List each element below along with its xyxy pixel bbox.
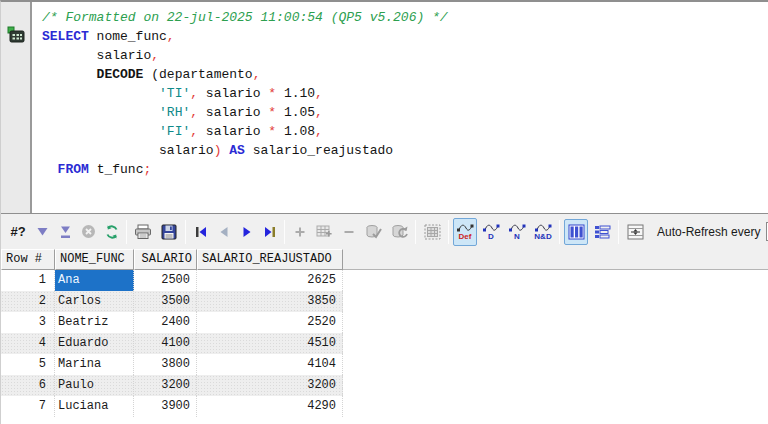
nome-func-cell[interactable]: Eduardo — [55, 333, 134, 354]
code-line: DECODE (departamento, — [42, 65, 768, 84]
auto-refresh-label: Auto-Refresh every — [657, 225, 760, 239]
row-number-cell[interactable]: 2 — [1, 291, 55, 312]
toolbar-separator — [415, 220, 416, 244]
code-token: * — [268, 124, 276, 139]
code-token: 'RH' — [159, 105, 190, 120]
table-row: 6Paulo32003200 — [1, 375, 768, 396]
sql-code[interactable]: /* Formatted on 22-jul-2025 11:00:54 (QP… — [32, 2, 768, 213]
first-record-button[interactable] — [190, 219, 211, 245]
form-view-button[interactable] — [590, 219, 614, 245]
toolbar-separator — [185, 220, 186, 244]
format-number-date-button[interactable]: N&D — [531, 218, 555, 246]
print-button[interactable] — [131, 219, 155, 245]
salario-reajustado-cell[interactable]: 2520 — [197, 312, 343, 333]
nome-func-cell[interactable]: Ana — [55, 270, 134, 291]
salario-cell[interactable]: 3200 — [134, 375, 197, 396]
next-record-button[interactable] — [236, 219, 257, 245]
code-token: , — [190, 86, 198, 101]
code-token: , — [315, 124, 323, 139]
refresh-button[interactable] — [101, 219, 122, 245]
last-record-button[interactable] — [259, 219, 280, 245]
code-token: , — [315, 86, 323, 101]
code-token: salario — [42, 143, 214, 158]
framed-grid-icon — [424, 224, 441, 240]
salario-cell[interactable]: 4100 — [134, 333, 197, 354]
salario-reajustado-cell[interactable]: 4104 — [197, 354, 343, 375]
nome-func-cell[interactable]: Luciana — [55, 396, 134, 417]
post-edit-button[interactable] — [361, 219, 385, 245]
code-token: (departamento — [143, 67, 252, 82]
filter-data-button[interactable] — [55, 219, 76, 245]
salario-cell[interactable]: 3800 — [134, 354, 197, 375]
toolbar-separator — [448, 220, 449, 244]
row-count-label: #? — [10, 224, 25, 239]
row-number-cell[interactable]: 1 — [1, 270, 55, 291]
delete-record-button[interactable] — [338, 219, 359, 245]
column-header-row-number[interactable]: Row # — [1, 249, 55, 270]
code-token: * — [268, 105, 276, 120]
toolbar-separator — [126, 220, 127, 244]
form-view-icon — [594, 224, 611, 240]
row-number-cell[interactable]: 6 — [1, 375, 55, 396]
code-token: SELECT — [42, 29, 89, 44]
nome-func-cell[interactable]: Carlos — [55, 291, 134, 312]
code-token: 1.10 — [276, 86, 315, 101]
cancel-query-button[interactable] — [78, 219, 99, 245]
save-results-button[interactable] — [157, 219, 181, 245]
popup-grid-button[interactable] — [420, 219, 444, 245]
next-record-icon — [241, 226, 253, 238]
code-token: 'TI' — [159, 86, 190, 101]
duplicate-grid-icon — [316, 224, 333, 239]
insert-record-button[interactable] — [289, 219, 310, 245]
minus-icon — [343, 226, 355, 238]
revert-edit-button[interactable] — [387, 219, 411, 245]
toolbar-separator — [284, 220, 285, 244]
nome-func-cell[interactable]: Marina — [55, 354, 134, 375]
format-number-button[interactable]: N — [505, 218, 529, 246]
prior-record-button[interactable] — [213, 219, 234, 245]
row-count-button[interactable]: #? — [6, 219, 30, 245]
code-token: * — [268, 86, 276, 101]
code-token: DECODE — [97, 67, 144, 82]
row-number-cell[interactable]: 7 — [1, 396, 55, 417]
salario-reajustado-cell[interactable]: 4510 — [197, 333, 343, 354]
code-token: salario — [42, 48, 151, 63]
grid-view-button[interactable] — [564, 219, 588, 245]
sql-ide-window: /* Formatted on 22-jul-2025 11:00:54 (QP… — [0, 0, 768, 424]
format-date-button[interactable]: D — [479, 218, 503, 246]
code-token: salario — [198, 105, 268, 120]
code-token: t_func — [89, 162, 144, 177]
table-row: 4Eduardo41004510 — [1, 333, 768, 354]
format-default-button[interactable]: Def — [453, 218, 477, 246]
salario-cell[interactable]: 3900 — [134, 396, 197, 417]
duplicate-row-button[interactable] — [312, 219, 336, 245]
row-number-cell[interactable]: 5 — [1, 354, 55, 375]
code-token: 1.05 — [276, 105, 315, 120]
format-date-label: D — [488, 233, 494, 241]
salario-reajustado-cell[interactable]: 4290 — [197, 396, 343, 417]
sql-editor-panel: /* Formatted on 22-jul-2025 11:00:54 (QP… — [1, 2, 768, 213]
code-token: nome_func — [89, 29, 167, 44]
nome-func-cell[interactable]: Beatriz — [55, 312, 134, 333]
column-header-nome-func[interactable]: NOME_FUNC — [55, 249, 134, 270]
nome-func-cell[interactable]: Paulo — [55, 375, 134, 396]
salario-cell[interactable]: 2500 — [134, 270, 197, 291]
column-header-salario-reajustado[interactable]: SALARIO_REAJUSTADO — [197, 249, 343, 270]
toolbar-separator — [559, 220, 560, 244]
code-token — [42, 162, 58, 177]
salario-reajustado-cell[interactable]: 3200 — [197, 375, 343, 396]
row-number-cell[interactable]: 3 — [1, 312, 55, 333]
refresh-icon — [104, 224, 120, 240]
filter-icon — [59, 225, 72, 239]
salario-cell[interactable]: 2400 — [134, 312, 197, 333]
toolbar-separator — [618, 220, 619, 244]
column-header-salario[interactable]: SALARIO — [134, 249, 197, 270]
salario-reajustado-cell[interactable]: 2625 — [197, 270, 343, 291]
code-token — [42, 124, 159, 139]
salario-reajustado-cell[interactable]: 3850 — [197, 291, 343, 312]
row-number-cell[interactable]: 4 — [1, 333, 55, 354]
salario-cell[interactable]: 3500 — [134, 291, 197, 312]
database-post-icon — [365, 224, 382, 240]
filter-dropdown-button[interactable] — [32, 219, 53, 245]
fit-rows-button[interactable] — [623, 219, 647, 245]
